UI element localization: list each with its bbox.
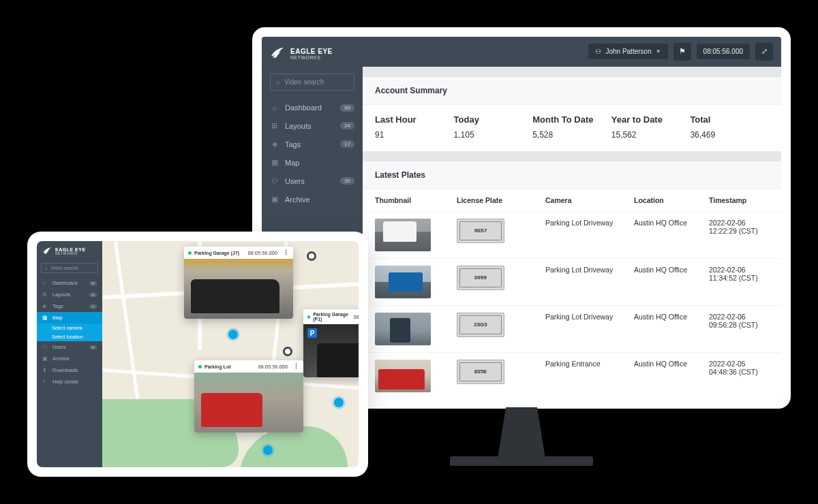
content-area: Account Summary Last Hour91 Today1,105 M… (363, 67, 781, 399)
topbar: ⚇John Patterson▼ ⚑ 08:05:56.000 ⤢ (363, 37, 781, 67)
camera-popup[interactable]: Parking Garage (P1)08:05:56.000⋮ (303, 309, 359, 377)
vehicle-thumbnail (375, 313, 431, 345)
tablet-nav-map[interactable]: ▦Map (37, 312, 102, 324)
plate-detection-box (230, 419, 246, 426)
flag-icon: ⚑ (679, 47, 686, 56)
summary-total: Total36,469 (690, 114, 769, 140)
tablet-nav-archive[interactable]: ▣Archive (37, 353, 102, 364)
tablet-nav-dashboard[interactable]: ⌂Dashboard8 (37, 277, 102, 289)
tablet-sidebar: EAGLE EYENETWORKS ⌕Video search ⌂Dashboa… (37, 241, 102, 467)
search-icon: ⌕ (45, 266, 48, 270)
status-dot-icon (307, 315, 310, 319)
plate-row[interactable]: 835E Parking Entrance Austin HQ Office 2… (363, 353, 781, 399)
time-display[interactable]: 08:05:56.000 (697, 44, 750, 59)
latest-plates-card: Latest Plates Thumbnail License Plate Ca… (363, 161, 781, 399)
nav-tags[interactable]: ◈Tags17 (262, 135, 363, 153)
tablet-nav-users[interactable]: ⚇Users6 (37, 341, 102, 353)
vehicle-thumbnail (375, 219, 431, 251)
status-dot-icon (188, 251, 192, 255)
user-icon: ⚇ (595, 48, 601, 55)
tablet-nav-tags[interactable]: ◈Tags2 (37, 300, 102, 312)
map-sub-select-camera[interactable]: Select camera (37, 324, 102, 332)
nav-map[interactable]: ▦Map (262, 153, 363, 172)
summary-today: Today1,105 (454, 114, 533, 140)
brand-logo: EAGLE EYENETWORKS (262, 37, 363, 74)
nav-layouts[interactable]: ⊞Layouts24 (262, 116, 363, 135)
nav-archive[interactable]: ▣Archive (262, 190, 363, 208)
camera-popup[interactable]: Parking Lot08:05:56.000⋮ (194, 360, 303, 432)
search-input[interactable]: ⌕ Video search (270, 74, 354, 91)
status-dot-icon (198, 365, 202, 368)
archive-icon: ▣ (270, 195, 279, 204)
account-summary-card: Account Summary Last Hour91 Today1,105 M… (363, 76, 781, 151)
summary-month: Month To Date5,528 (532, 114, 611, 140)
kebab-icon[interactable]: ⋮ (293, 363, 299, 370)
vehicle-thumbnail (375, 266, 431, 298)
map-marker[interactable] (307, 251, 316, 261)
nav-list: ⌂Dashboard99 ⊞Layouts24 ◈Tags17 ▦Map ⚇Us… (262, 99, 363, 208)
brand-sub: NETWORKS (290, 55, 333, 60)
chevron-down-icon: ▼ (656, 48, 661, 54)
eagle-icon (42, 247, 52, 256)
expand-icon: ⤢ (761, 47, 768, 56)
users-icon: ⚇ (270, 176, 279, 185)
tablet-nav-help[interactable]: ?Help center (37, 376, 102, 388)
map-marker-active[interactable] (228, 330, 238, 339)
plate-thumbnail: 0999 (457, 266, 504, 290)
vehicle-thumbnail (375, 360, 431, 392)
grid-icon: ⊞ (270, 121, 279, 130)
map-marker-active[interactable] (334, 398, 344, 407)
tablet-nav-layouts[interactable]: ⊞Layouts4 (37, 289, 102, 300)
user-menu[interactable]: ⚇John Patterson▼ (588, 44, 667, 59)
summary-last-hour: Last Hour91 (375, 114, 454, 140)
plate-row[interactable]: 0999 Parking Lot Driveway Austin HQ Offi… (363, 259, 781, 306)
plate-thumbnail: 90S7 (457, 219, 504, 243)
tablet-nav-downloads[interactable]: ⬇Downloads (37, 364, 102, 376)
main-content: ⚇John Patterson▼ ⚑ 08:05:56.000 ⤢ Accoun… (363, 37, 781, 399)
plate-thumbnail: 835E (457, 360, 504, 384)
nav-dashboard[interactable]: ⌂Dashboard99 (262, 99, 363, 116)
plates-header-row: Thumbnail License Plate Camera Location … (363, 189, 781, 212)
plate-thumbnail: 23G3 (457, 313, 504, 337)
fullscreen-button[interactable]: ⤢ (755, 43, 773, 61)
plate-row[interactable]: 23G3 Parking Lot Driveway Austin HQ Offi… (363, 306, 781, 353)
plate-detection-box (259, 302, 279, 312)
camera-feed (184, 259, 293, 319)
plate-row[interactable]: 90S7 Parking Lot Driveway Austin HQ Offi… (363, 212, 781, 259)
map-icon: ▦ (270, 158, 279, 167)
camera-popup[interactable]: Parking Garage (J7)08:05:56.000⋮ (184, 247, 293, 319)
camera-feed (303, 324, 359, 377)
map-marker-active[interactable] (263, 445, 273, 455)
search-icon: ⌕ (276, 78, 280, 86)
tag-icon: ◈ (270, 140, 279, 148)
map-sub-select-location[interactable]: Select location (37, 332, 102, 341)
map-view[interactable]: Parking Garage (J7)08:05:56.000⋮ Parking… (102, 241, 359, 467)
search-placeholder: Video search (284, 78, 324, 86)
flag-button[interactable]: ⚑ (673, 43, 691, 61)
map-marker[interactable] (283, 347, 292, 356)
home-icon: ⌂ (270, 104, 279, 112)
eagle-icon (270, 46, 285, 61)
tablet-device: EAGLE EYENETWORKS ⌕Video search ⌂Dashboa… (27, 232, 368, 477)
camera-feed (194, 373, 303, 432)
summary-year: Year to Date15,562 (611, 114, 691, 140)
brand-logo: EAGLE EYENETWORKS (37, 241, 102, 263)
brand-name: EAGLE EYE (290, 48, 333, 55)
plates-title: Latest Plates (363, 161, 781, 189)
monitor-stand (453, 407, 590, 475)
kebab-icon[interactable]: ⋮ (283, 249, 289, 256)
tablet-search-input[interactable]: ⌕Video search (41, 263, 98, 273)
summary-title: Account Summary (363, 77, 781, 105)
nav-users[interactable]: ⚇Users36 (262, 172, 363, 190)
